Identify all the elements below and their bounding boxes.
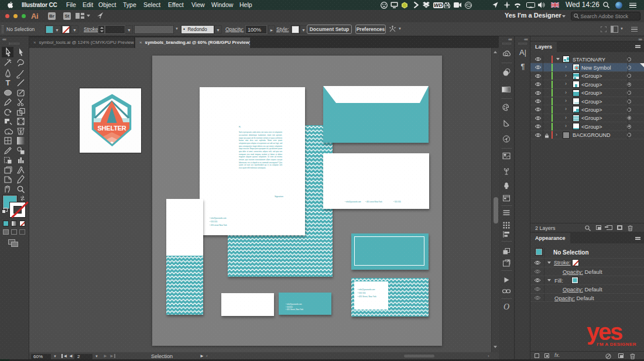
svg-text:SHELTER: SHELTER bbox=[97, 125, 126, 132]
